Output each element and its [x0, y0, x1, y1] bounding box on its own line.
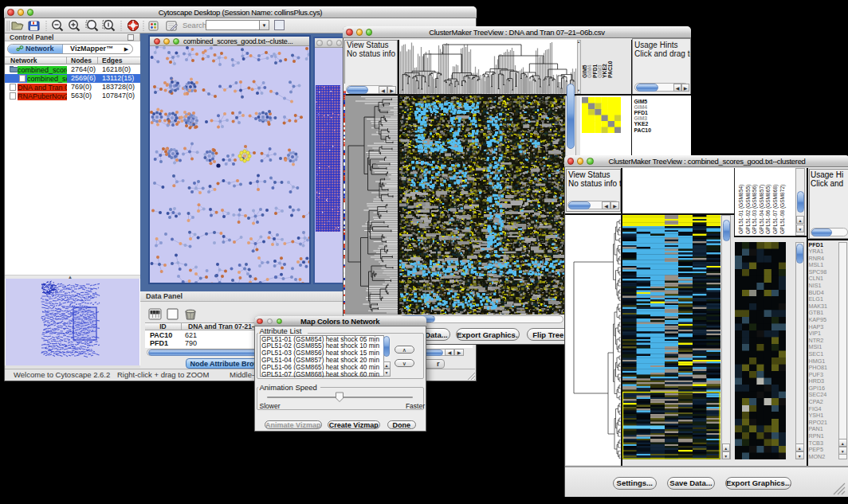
- svg-text:GPL51-03 (GSM856): GPL51-03 (GSM856): [752, 184, 758, 233]
- svg-text:GPL51-07 (GSM868): GPL51-07 (GSM868): [772, 184, 779, 233]
- svg-text:Search:: Search:: [183, 21, 209, 29]
- svg-text:GPL51-08 (GSM872): GPL51-08 (GSM872): [779, 184, 786, 233]
- svg-text:GPL51-01 (GSM854): GPL51-01 (GSM854): [738, 184, 744, 233]
- svg-text:YKE2: YKE2: [602, 64, 607, 78]
- svg-text:GPL51-06 (GSM865): GPL51-06 (GSM865): [765, 184, 771, 233]
- svg-text:PAC10: PAC10: [607, 61, 613, 78]
- svg-text:GPL51-02 (GSM855): GPL51-02 (GSM855): [745, 184, 752, 233]
- svg-text:GPL51-04 (GSM857): GPL51-04 (GSM857): [759, 184, 765, 233]
